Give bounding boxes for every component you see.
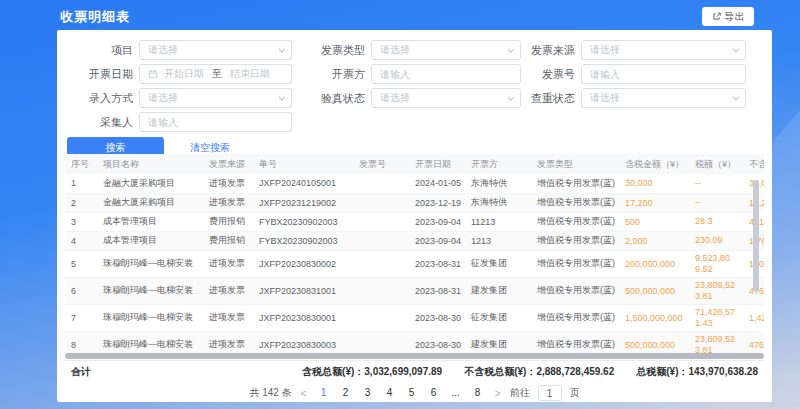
project-select-placeholder: 请选择 bbox=[148, 43, 178, 57]
dup-status-select[interactable]: 请选择 bbox=[581, 88, 746, 108]
cell-order-no: JXFP20240105001 bbox=[253, 174, 353, 193]
cell-date: 2023-09-04 bbox=[409, 231, 465, 250]
invoice-type-select[interactable]: 请选择 bbox=[371, 40, 521, 60]
cell-net: 1,428,571,428.57 bbox=[743, 304, 764, 331]
table-row: 6 珠穆朗玛峰—电梯安装 进项发票 JXFP20230831001 2023-0… bbox=[65, 277, 764, 304]
cell-date: 2023-09-04 bbox=[409, 212, 465, 231]
table-row: 4 成本管理项目 费用报销 FYBX20230902003 2023-09-04… bbox=[65, 231, 764, 250]
cell-no: 2 bbox=[65, 193, 97, 212]
cell-date: 2024-01-05 bbox=[409, 174, 465, 193]
page-button[interactable]: 5 bbox=[404, 385, 420, 401]
cell-no: 3 bbox=[65, 212, 97, 231]
page-background: 收票明细表 导出 项目 请选择 发票类型 请选择 发票来源 bbox=[0, 0, 800, 409]
cell-no: 1 bbox=[65, 174, 97, 193]
cell-type: 增值税专用发票(蓝) bbox=[531, 277, 619, 304]
cell-amount: 30,000 bbox=[619, 174, 689, 193]
page-button[interactable]: 8 bbox=[470, 385, 486, 401]
col-tax: 税额（¥） bbox=[689, 154, 743, 174]
clear-search-link[interactable]: 清空搜索 bbox=[190, 141, 230, 155]
cell-amount: 1,500,000,000 bbox=[619, 304, 689, 331]
filter-row: 采集人 bbox=[67, 112, 772, 132]
cell-amount: 500,000,000 bbox=[619, 277, 689, 304]
filter-row: 录入方式 请选择 验真状态 请选择 查重状态 请选择 bbox=[67, 88, 772, 108]
summary-tax-incl: 含税总额(¥)：3,032,699,097.89 bbox=[302, 365, 442, 379]
cell-tax: 9,523,809.52 bbox=[689, 250, 743, 277]
project-select[interactable]: 请选择 bbox=[139, 40, 292, 60]
cell-source: 进项发票 bbox=[203, 277, 253, 304]
summary-row: 合计 含税总额(¥)：3,032,699,097.89 不含税总额(¥)：2,8… bbox=[65, 360, 764, 382]
invoice-date-range[interactable]: 开始日期 至 结束日期 bbox=[139, 64, 292, 84]
cell-tax: 71,428,571.43 bbox=[689, 304, 743, 331]
export-icon bbox=[712, 12, 721, 21]
cell-project: 金融大厦采购项目 bbox=[97, 174, 203, 193]
export-button[interactable]: 导出 bbox=[702, 7, 754, 26]
filter-form: 项目 请选择 发票类型 请选择 发票来源 请选择 开票日期 bbox=[57, 30, 772, 132]
horizontal-scrollbar[interactable] bbox=[65, 353, 764, 359]
verify-status-label: 验真状态 bbox=[298, 91, 365, 106]
issuer-input[interactable] bbox=[371, 64, 521, 84]
cell-issuer: 1213 bbox=[465, 231, 531, 250]
chevron-down-icon bbox=[278, 45, 285, 52]
cell-date: 2023-08-31 bbox=[409, 250, 465, 277]
page-button[interactable]: 6 bbox=[426, 385, 442, 401]
project-label: 项目 bbox=[67, 43, 133, 58]
table-row: 5 珠穆朗玛峰—电梯安装 进项发票 JXFP20230830002 2023-0… bbox=[65, 250, 764, 277]
verify-status-placeholder: 请选择 bbox=[380, 91, 410, 105]
pagination-total: 共 142 条 bbox=[249, 386, 291, 400]
col-date: 开票日期 bbox=[409, 154, 465, 174]
entry-method-select[interactable]: 请选择 bbox=[139, 88, 292, 108]
col-order-no: 单号 bbox=[253, 154, 353, 174]
cell-issuer: 11213 bbox=[465, 212, 531, 231]
cell-invoice-no bbox=[353, 193, 409, 212]
invoice-date-label: 开票日期 bbox=[67, 67, 133, 82]
col-no: 序号 bbox=[65, 154, 97, 174]
cell-issuer: 东海特供 bbox=[465, 174, 531, 193]
prev-page-icon[interactable]: < bbox=[298, 388, 310, 399]
ellipsis-pages[interactable]: ... bbox=[448, 385, 464, 401]
verify-status-select[interactable]: 请选择 bbox=[371, 88, 521, 108]
page-button[interactable]: 1 bbox=[316, 385, 332, 401]
page-button[interactable]: 4 bbox=[382, 385, 398, 401]
chevron-down-icon bbox=[732, 93, 739, 100]
cell-amount: 2,000 bbox=[619, 231, 689, 250]
col-source: 发票来源 bbox=[203, 154, 253, 174]
summary-total-label: 合计 bbox=[71, 365, 91, 379]
cell-order-no: JXFP20230831001 bbox=[253, 277, 353, 304]
cell-type: 增值税专用发票(蓝) bbox=[531, 174, 619, 193]
next-page-icon[interactable]: > bbox=[492, 388, 504, 399]
chevron-down-icon bbox=[732, 45, 739, 52]
cell-invoice-no bbox=[353, 304, 409, 331]
invoice-source-select[interactable]: 请选择 bbox=[581, 40, 746, 60]
cell-amount: 17,200 bbox=[619, 193, 689, 212]
cell-source: 进项发票 bbox=[203, 174, 253, 193]
cell-no: 4 bbox=[65, 231, 97, 250]
entry-method-label: 录入方式 bbox=[67, 91, 133, 106]
cell-source: 进项发票 bbox=[203, 250, 253, 277]
table-row: 2 金融大厦采购项目 进项发票 JXFP20231219002 2023-12-… bbox=[65, 193, 764, 212]
page-button[interactable]: 3 bbox=[360, 385, 376, 401]
invoice-type-label: 发票类型 bbox=[298, 43, 365, 58]
cell-invoice-no bbox=[353, 212, 409, 231]
vertical-scrollbar[interactable] bbox=[753, 180, 759, 292]
invoice-no-input[interactable] bbox=[581, 64, 746, 84]
col-net: 不含税金额（¥） bbox=[743, 154, 764, 174]
collector-input[interactable] bbox=[139, 112, 292, 132]
summary-items: 含税总额(¥)：3,032,699,097.89 不含税总额(¥)：2,888,… bbox=[302, 365, 758, 379]
cell-project: 珠穆朗玛峰—电梯安装 bbox=[97, 277, 203, 304]
goto-label: 前往 bbox=[510, 386, 530, 400]
cell-type: 增值税专用发票(蓝) bbox=[531, 304, 619, 331]
col-project: 项目名称 bbox=[97, 154, 203, 174]
goto-page-input[interactable] bbox=[538, 385, 562, 401]
table-row: 7 珠穆朗玛峰—电梯安装 进项发票 JXFP20230830001 2023-0… bbox=[65, 304, 764, 331]
cell-type: 增值税专用发票(蓝) bbox=[531, 212, 619, 231]
invoice-source-placeholder: 请选择 bbox=[590, 43, 620, 57]
cell-order-no: FYBX20230902003 bbox=[253, 212, 353, 231]
page-button[interactable]: 2 bbox=[338, 385, 354, 401]
cell-no: 7 bbox=[65, 304, 97, 331]
cell-order-no: JXFP20230830002 bbox=[253, 250, 353, 277]
date-end-placeholder: 结束日期 bbox=[230, 67, 270, 81]
cell-issuer: 东海特供 bbox=[465, 193, 531, 212]
table-row: 1 金融大厦采购项目 进项发票 JXFP20240105001 2024-01-… bbox=[65, 174, 764, 193]
dup-status-label: 查重状态 bbox=[527, 91, 575, 106]
collector-label: 采集人 bbox=[67, 115, 133, 130]
